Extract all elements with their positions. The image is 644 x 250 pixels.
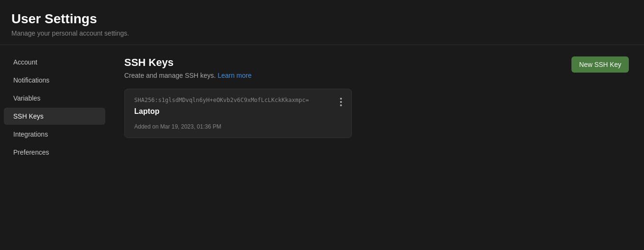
sidebar-item-notifications-label: Notifications — [13, 76, 49, 84]
sidebar-item-notifications[interactable]: Notifications — [4, 72, 105, 89]
sidebar-item-ssh-keys[interactable]: SSH Keys — [4, 108, 105, 125]
ssh-key-hash: SHA256:s1glsdMDvqln6yH+eOKvb2v6C9xMofLcL… — [134, 97, 342, 103]
sidebar-item-preferences[interactable]: Preferences — [4, 144, 105, 161]
kebab-dot-1 — [340, 98, 342, 100]
sidebar-item-integrations[interactable]: Integrations — [4, 126, 105, 143]
page-subtitle: Manage your personal account settings. — [11, 29, 633, 37]
sidebar-item-preferences-label: Preferences — [13, 148, 49, 156]
sidebar-item-ssh-keys-label: SSH Keys — [13, 112, 44, 120]
ssh-key-kebab-menu[interactable] — [337, 96, 345, 108]
sidebar: Account Notifications Variables SSH Keys… — [0, 45, 109, 243]
sidebar-item-variables[interactable]: Variables — [4, 90, 105, 107]
sidebar-item-variables-label: Variables — [13, 94, 40, 102]
ssh-key-date: Added on Mar 19, 2023, 01:36 PM — [134, 123, 342, 130]
main-content: SSH Keys Create and manage SSH keys. Lea… — [109, 45, 644, 243]
ssh-key-card: SHA256:s1glsdMDvqln6yH+eOKvb2v6C9xMofLcL… — [124, 89, 352, 138]
kebab-dot-3 — [340, 104, 342, 106]
section-description: Create and manage SSH keys. Learn more — [124, 72, 251, 79]
page-title: User Settings — [11, 11, 633, 27]
sidebar-item-integrations-label: Integrations — [13, 130, 48, 138]
kebab-dot-2 — [340, 101, 342, 103]
ssh-key-name: Laptop — [134, 107, 342, 116]
sidebar-item-account-label: Account — [13, 58, 37, 66]
sidebar-item-account[interactable]: Account — [4, 54, 105, 71]
page-header: User Settings Manage your personal accou… — [0, 0, 644, 45]
learn-more-link[interactable]: Learn more — [218, 72, 252, 79]
new-ssh-key-button[interactable]: New SSH Key — [571, 56, 629, 73]
section-title: SSH Keys — [124, 56, 251, 69]
